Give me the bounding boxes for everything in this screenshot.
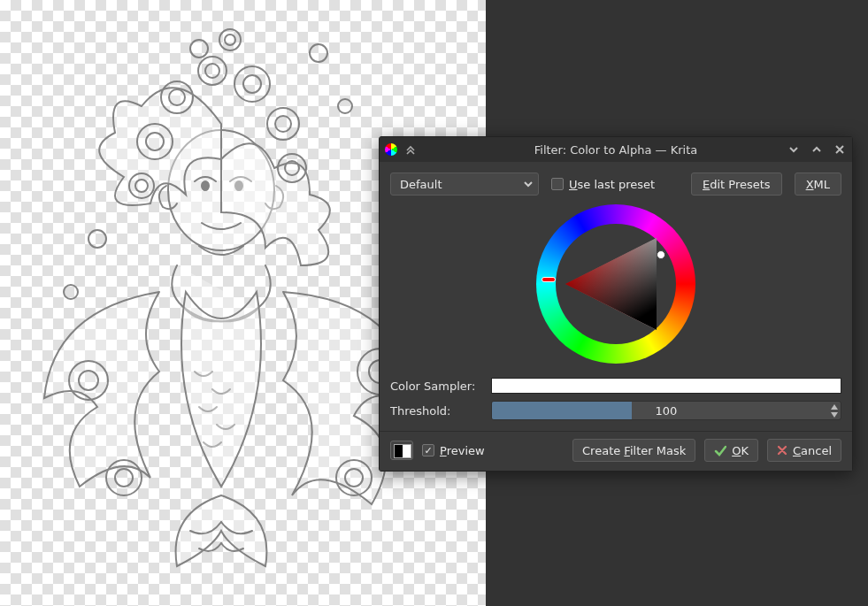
ok-button[interactable]: OK [704, 439, 758, 462]
svg-point-22 [88, 230, 106, 248]
create-filter-mask-label: Create Filter Mask [582, 444, 686, 457]
svg-point-26 [69, 361, 108, 400]
svg-point-15 [129, 173, 154, 198]
svg-point-11 [137, 124, 173, 159]
threshold-step-down[interactable] [829, 410, 840, 418]
svg-point-3 [161, 81, 193, 113]
preset-combo-label: Default [400, 178, 442, 191]
cancel-icon [777, 445, 787, 456]
cancel-label: Cancel [793, 444, 832, 457]
threshold-value: 100 [492, 402, 841, 419]
checkbox-icon: ✓ [422, 444, 434, 456]
svg-point-31 [115, 469, 133, 487]
color-sampler-label: Color Sampler: [390, 380, 488, 393]
maximize-button[interactable] [808, 141, 826, 158]
svg-point-5 [198, 57, 227, 85]
svg-point-18 [225, 35, 235, 45]
svg-point-20 [310, 44, 327, 62]
xml-label: XML [806, 178, 830, 191]
preview-check[interactable]: ✓ Preview [422, 444, 485, 457]
svg-marker-37 [831, 412, 838, 418]
svg-point-27 [79, 371, 98, 390]
close-button[interactable] [831, 141, 849, 158]
svg-point-10 [275, 116, 291, 132]
ok-label: OK [732, 444, 749, 457]
dialog-title: Filter: Color to Alpha — Krita [380, 143, 852, 157]
svg-point-8 [243, 75, 261, 93]
dialog-titlebar[interactable]: Filter: Color to Alpha — Krita [380, 137, 852, 162]
svg-point-2 [235, 181, 242, 190]
color-wheel[interactable] [536, 204, 695, 364]
svg-marker-36 [831, 404, 838, 410]
checkbox-icon [551, 178, 564, 190]
hue-cursor[interactable] [604, 204, 627, 224]
svg-point-23 [64, 285, 78, 299]
edit-presets-button[interactable]: Edit Presets [691, 173, 782, 196]
threshold-slider[interactable]: 100 [491, 401, 841, 420]
svg-point-33 [345, 469, 363, 487]
svg-point-21 [338, 99, 352, 113]
svg-point-7 [234, 66, 270, 102]
svg-point-13 [278, 154, 306, 182]
shade-button[interactable] [785, 141, 803, 158]
svg-point-12 [146, 133, 164, 150]
use-last-preset-label: Use last preset [569, 178, 655, 191]
sv-marker[interactable] [657, 250, 665, 259]
svg-point-14 [285, 161, 299, 175]
ok-icon [714, 444, 726, 456]
collapse-icon[interactable] [404, 143, 417, 156]
svg-point-1 [202, 181, 209, 190]
use-last-preset-check[interactable]: Use last preset [551, 178, 655, 191]
krita-app-icon [385, 143, 397, 156]
chevron-down-icon [524, 180, 533, 188]
filter-dialog: Filter: Color to Alpha — Krita Default U… [379, 136, 853, 472]
svg-point-0 [168, 130, 274, 250]
edit-presets-label: Edit Presets [703, 178, 771, 191]
svg-point-30 [106, 460, 142, 495]
svg-point-6 [205, 64, 219, 78]
threshold-label: Threshold: [390, 404, 488, 418]
preset-combo[interactable]: Default [390, 173, 539, 196]
svg-point-19 [190, 40, 208, 58]
preview-thumbnail-toggle[interactable] [390, 441, 413, 460]
preview-label: Preview [440, 444, 485, 457]
svg-point-9 [267, 108, 299, 140]
threshold-step-up[interactable] [829, 403, 840, 410]
ring-mask [556, 224, 676, 344]
svg-point-16 [135, 180, 148, 192]
xml-button[interactable]: XML [795, 173, 841, 196]
color-sampler-input[interactable] [491, 378, 841, 394]
create-filter-mask-button[interactable]: Create Filter Mask [572, 439, 695, 462]
svg-point-17 [219, 29, 241, 50]
svg-point-4 [169, 89, 185, 105]
svg-point-32 [336, 460, 372, 495]
cancel-button[interactable]: Cancel [767, 439, 841, 462]
